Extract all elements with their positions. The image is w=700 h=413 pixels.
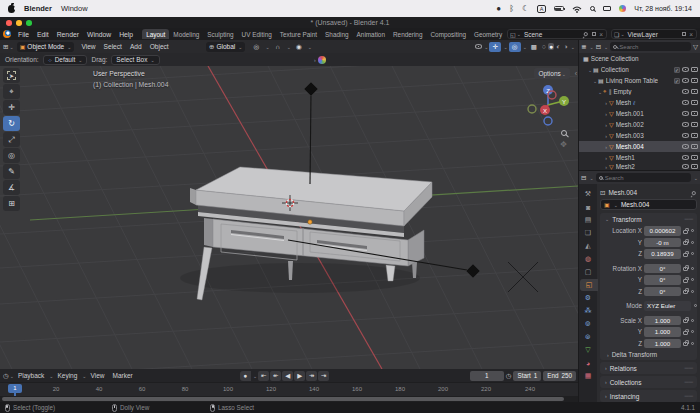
panel-drag-icon[interactable]: ══ [684,216,693,222]
menu-view-timeline[interactable]: View [87,372,109,379]
show-overlays-toggle[interactable]: ◎ [509,42,521,52]
playhead[interactable]: 1 [8,384,22,393]
camera-icon[interactable] [691,78,698,83]
tab-modifiers[interactable]: ⚙ [580,292,596,304]
options-button[interactable]: Options ⌄ [534,68,570,79]
breadcrumb-object-name[interactable]: Mesh.004 [608,189,637,196]
viewlayer-name[interactable]: ViewLayer [628,31,677,38]
timeline-editor-icon[interactable]: ◷ [3,372,9,380]
orientation-dropdown[interactable]: ⊕ Global ⌄ [206,42,245,52]
transform-panel-header[interactable]: ⌄ Transform ══ [600,213,697,225]
eye-icon[interactable] [682,133,689,138]
properties-editor-icon[interactable]: ⊟ [581,174,586,182]
siri-icon[interactable] [619,5,627,13]
lock-icon[interactable] [683,241,688,245]
tab-collection[interactable]: ▢ [580,266,596,278]
eye-icon[interactable] [682,100,689,105]
empty-plain-axes[interactable] [508,262,538,292]
xray-toggle[interactable]: ▩ [528,42,540,52]
scale-x-field[interactable]: 1.000 [644,316,681,326]
tool-transform[interactable]: ◎ [3,148,20,163]
blender-logo-icon[interactable] [3,30,11,38]
properties-search-input[interactable]: Search [596,173,691,182]
collapsed-operator-panel[interactable]: › [313,56,326,64]
scrollbar-thumb[interactable] [2,397,564,401]
current-frame-field[interactable]: 1 [470,371,504,381]
lock-icon[interactable] [683,342,688,346]
animate-dot-icon[interactable] [691,319,694,322]
outliner-row-mesh[interactable]: › ▽ Mesh ℓ [579,97,700,108]
location-z-field[interactable]: 0.18939 [644,249,681,259]
tab-object[interactable]: ◱ [580,279,598,291]
menu-window[interactable]: Window [83,31,115,38]
menu-help[interactable]: Help [115,31,137,38]
collection-checkbox[interactable]: ✓ [674,67,680,73]
eye-icon[interactable] [682,164,689,169]
tab-view-layer[interactable]: ❏ [580,227,596,239]
outliner-item-label[interactable]: Mesh [616,99,632,106]
tab-rendering[interactable]: Rendering [389,29,427,39]
menu-file[interactable]: File [14,31,33,38]
tab-particles[interactable]: ⁂ [580,305,596,317]
tool-move[interactable]: ✛ [3,100,20,115]
menu-view[interactable]: View [77,43,99,50]
lock-icon[interactable] [683,230,688,234]
shading-solid-button[interactable]: ● [548,43,554,50]
camera-icon[interactable] [691,67,698,72]
outliner-row-scene-collection[interactable]: ▦ Scene Collection [579,53,700,64]
animate-dot-icon[interactable] [691,241,694,244]
menu-select[interactable]: Select [100,43,126,50]
tab-tool[interactable]: ⚒ [580,188,596,200]
panel-drag-icon[interactable]: ══ [684,379,693,385]
end-frame-field[interactable]: End250 [543,371,576,381]
object-name-value[interactable]: Mesh.004 [621,201,650,208]
eye-icon[interactable] [682,111,689,116]
viewport-zoom-button[interactable] [561,130,567,136]
drag-setting-dropdown[interactable]: Select Box ⌄ [111,55,159,65]
lock-icon[interactable] [683,279,688,283]
eye-icon[interactable] [682,155,689,160]
outliner-row-mesh-002[interactable]: › ▽ Mesh.002 [579,119,700,130]
outliner-display-mode-icon[interactable]: ⊟ [596,43,601,51]
scale-z-field[interactable]: 1.000 [644,339,681,349]
animate-dot-icon[interactable] [691,267,694,270]
shading-material-button[interactable]: ◐ [555,43,561,50]
keyboard-layout-icon[interactable]: A [537,5,546,13]
filter-icon[interactable]: ▽ [693,43,698,51]
rotation-mode-dropdown[interactable]: XYZ Euler [644,301,691,311]
outliner-item-label[interactable]: Living Room Table [606,77,658,84]
bluetooth-icon[interactable]: ᛒ [509,5,514,13]
battery-icon[interactable] [554,6,564,11]
pin-icon[interactable] [691,190,696,195]
shading-rendered-button[interactable]: ◑ [563,43,569,50]
lock-icon[interactable] [683,319,688,323]
camera-icon[interactable] [691,111,698,116]
tab-material[interactable]: ◕ [580,357,596,369]
outliner-row-mesh-004[interactable]: › ▽ Mesh.004 [579,141,700,152]
outliner-item-label[interactable]: Collection [601,66,629,73]
eye-icon[interactable] [682,67,689,72]
camera-icon[interactable] [691,133,698,138]
menu-marker[interactable]: Marker [109,372,137,379]
pivot-point-button[interactable]: ◎ [250,42,262,52]
outliner-row-empty[interactable]: ⌄ ⌖ ∥ Empty [579,86,700,97]
focus-moon-icon[interactable]: ☾ [522,5,529,13]
animate-dot-icon[interactable] [691,342,694,345]
tool-select-box[interactable]: ➤ [3,68,20,83]
lock-icon[interactable] [683,267,688,271]
outliner-item-label[interactable]: Mesh.004 [616,143,644,150]
menu-keying[interactable]: Keying [53,372,81,379]
tab-sculpting[interactable]: Sculpting [203,29,237,39]
viewport-pan-button[interactable]: ✥ [560,140,567,149]
close-icon[interactable]: × [599,31,603,38]
outliner-item-label[interactable]: Mesh.002 [616,121,644,128]
tab-animation[interactable]: Animation [353,29,389,39]
app-status-icon[interactable]: ● [496,5,501,13]
panel-drag-icon[interactable]: ══ [684,365,693,371]
outliner-item-label[interactable]: Mesh2 [616,163,635,170]
outliner-item-label[interactable]: Scene Collection [591,55,639,62]
tab-texture[interactable]: ▦ [580,370,596,382]
clock-icon[interactable]: ◷ [506,372,512,380]
tool-annotate[interactable]: ✎ [3,164,20,179]
tool-rotate[interactable]: ↻ [3,116,20,131]
